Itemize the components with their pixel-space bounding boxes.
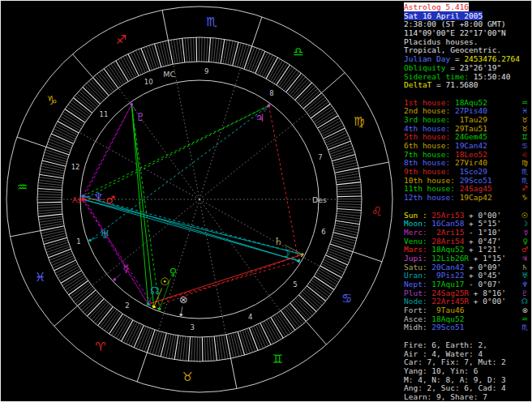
- angle-label-asc: Asc: [72, 195, 86, 204]
- degree-tick: [83, 87, 101, 104]
- degree-tick: [55, 263, 77, 274]
- degree-tick: [81, 293, 99, 310]
- astrolog-window: ♈♉♊♋♌♍♎♏♐♑♒♓☿☊☉♀⊗☽♄♃♇♆♂♅123456789101112A…: [0, 0, 532, 402]
- sign-glyph: ♏: [521, 168, 528, 177]
- house-label: 8th house:: [404, 158, 450, 167]
- summary-text: M: 4, N: 8, A: 9, D: 3: [404, 375, 506, 384]
- aspect-quincunx-line: [90, 105, 268, 240]
- sign-boundary-line: [353, 252, 382, 262]
- degree-tick: [263, 322, 274, 344]
- degree-tick: [87, 83, 104, 100]
- degree-tick: [134, 325, 144, 347]
- sign-boundary-line: [231, 358, 237, 388]
- node-glyph: ☊: [150, 284, 160, 297]
- jupiter-glyph: ♃: [255, 112, 264, 124]
- zodiac-leo-glyph: ♌: [371, 204, 382, 219]
- aspect-square-line: [148, 254, 302, 304]
- house-number: 6: [321, 228, 325, 236]
- house-cusp-line: [200, 113, 307, 199]
- mercury-glyph: ☿: [122, 263, 129, 275]
- degree-tick: [307, 286, 325, 302]
- degree-tick: [256, 325, 266, 347]
- degree-tick: [255, 51, 265, 73]
- degree-tick: [91, 79, 107, 97]
- planet-latitude-value: + 0°09': [464, 263, 501, 272]
- mars-glyph: ♂: [105, 194, 115, 206]
- sign-glyph: ♉: [521, 116, 528, 125]
- aspect-trine-line: [131, 105, 148, 304]
- degree-tick: [41, 169, 64, 173]
- degree-tick: [38, 212, 62, 214]
- degree-tick: [38, 186, 62, 188]
- aspect-quincunx-line: [83, 199, 298, 261]
- planet-position-value: 24Sag25R: [427, 289, 469, 297]
- summary-text: Car: 7, Fix: 7, Mut: 2: [404, 357, 506, 366]
- node-position-dot: [147, 302, 150, 306]
- degree-tick: [319, 118, 340, 130]
- house-cusp-value: 27Pis40: [450, 106, 487, 115]
- header-line: DeltaT = 71.5680: [404, 81, 531, 90]
- degree-tick: [321, 123, 342, 135]
- sign-boundary-line: [358, 162, 388, 168]
- degree-tick: [165, 41, 170, 64]
- degree-tick: [325, 255, 347, 265]
- degree-tick: [305, 95, 324, 110]
- planet-position-value: 18Aqu52: [427, 314, 465, 323]
- degree-tick: [337, 182, 361, 185]
- planet-glyph: ⊗: [521, 306, 528, 315]
- degree-tick: [260, 53, 270, 75]
- house-number: 7: [318, 153, 322, 161]
- degree-tick: [334, 228, 358, 233]
- degree-tick: [79, 292, 97, 308]
- degree-tick: [59, 268, 80, 280]
- degree-tick: [77, 93, 96, 109]
- planet-position-value: 12Lib26R: [427, 254, 469, 263]
- degree-tick: [118, 319, 131, 340]
- planet-position-value: 28Ari54: [427, 237, 465, 246]
- house-cusp-line: [200, 68, 241, 199]
- sign-glyph: ♍: [521, 159, 528, 168]
- degree-tick: [89, 301, 105, 319]
- degree-tick: [80, 89, 98, 105]
- planet-position-value: 22Ari45R: [427, 297, 469, 306]
- zodiac-pisces-glyph: ♓: [35, 270, 45, 284]
- degree-tick: [135, 50, 145, 73]
- degree-tick: [182, 38, 185, 62]
- degree-tick: [324, 259, 345, 270]
- degree-tick: [258, 324, 268, 346]
- degree-tick: [337, 188, 362, 190]
- planet-glyph: ♇: [521, 289, 528, 298]
- degree-tick: [213, 38, 216, 62]
- degree-tick: [127, 323, 138, 344]
- degree-tick: [211, 38, 213, 62]
- planet-position-value: 2Ari15: [427, 228, 465, 237]
- degree-tick: [191, 337, 193, 361]
- degree-tick: [299, 295, 317, 312]
- header-text: Sidereal time:: [404, 72, 469, 81]
- degree-tick: [163, 334, 169, 357]
- planet-glyph: ♆: [521, 280, 528, 289]
- house-label: 4th house:: [404, 124, 450, 133]
- degree-tick: [207, 37, 208, 62]
- degree-tick: [325, 133, 347, 143]
- degree-tick: [337, 179, 361, 182]
- degree-tick: [38, 180, 62, 183]
- degree-tick: [289, 305, 304, 323]
- house-label: 5th house:: [404, 132, 450, 141]
- zodiac-scorpio-glyph: ♏: [206, 15, 217, 29]
- degree-tick: [57, 264, 78, 276]
- house-number: 1: [76, 237, 80, 246]
- degree-tick: [290, 77, 306, 96]
- summary-line: Learn: 9, Share: 7: [404, 393, 531, 402]
- degree-tick: [41, 231, 65, 237]
- moon-glyph: ☽: [281, 247, 290, 259]
- planet-latitude-value: + 1°15': [469, 254, 506, 263]
- degree-tick: [38, 183, 62, 186]
- degree-tick: [308, 284, 328, 298]
- fortune-glyph: ⊗: [179, 293, 188, 306]
- degree-tick: [300, 88, 318, 105]
- zodiac-capricorn-glyph: ♑: [46, 93, 57, 108]
- degree-tick: [55, 126, 77, 138]
- degree-tick: [225, 41, 230, 64]
- planet-latitude-value: + 0°47': [464, 237, 501, 246]
